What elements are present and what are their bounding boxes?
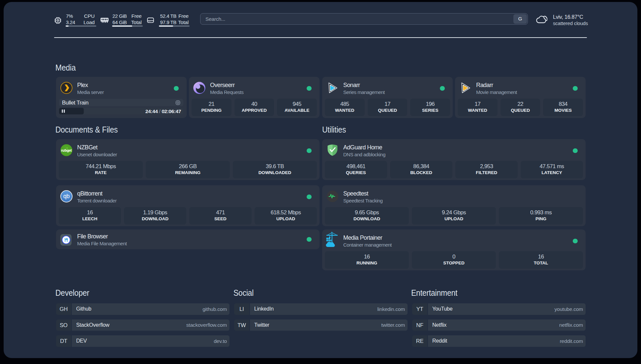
svg-text:qb: qb	[63, 193, 70, 199]
svg-text:nzbget: nzbget	[61, 148, 72, 152]
